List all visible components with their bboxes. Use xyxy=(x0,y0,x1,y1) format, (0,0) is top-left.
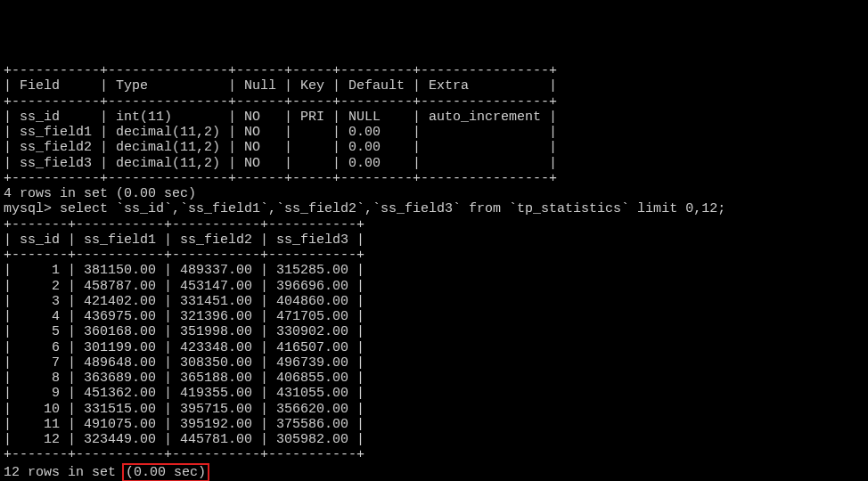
table-row: | 9 | 451362.00 | 419355.00 | 431055.00 … xyxy=(4,386,864,401)
table-row: | ss_field3 | decimal(11,2) | NO | | 0.0… xyxy=(4,156,864,171)
table-header-row: | ss_id | ss_field1 | ss_field2 | ss_fie… xyxy=(4,232,864,248)
table-row: | ss_field2 | decimal(11,2) | NO | | 0.0… xyxy=(4,140,864,155)
table-row: | 4 | 436975.00 | 321396.00 | 471705.00 … xyxy=(4,309,864,324)
table-row: | 2 | 458787.00 | 453147.00 | 396696.00 … xyxy=(4,279,864,294)
query-time-highlight: (0.00 sec) xyxy=(122,463,209,482)
table-border: +-----------+---------------+------+----… xyxy=(4,94,864,110)
table-border: +-------+-----------+-----------+-------… xyxy=(4,248,864,263)
table-row: | 5 | 360168.00 | 351998.00 | 330902.00 … xyxy=(4,324,864,339)
table-row: | 10 | 331515.00 | 395715.00 | 356620.00… xyxy=(4,402,864,417)
mysql-prompt: mysql> xyxy=(4,201,60,216)
table-border: +-----------+---------------+------+----… xyxy=(4,63,864,78)
prompt-line[interactable]: mysql> select `ss_id`,`ss_field1`,`ss_fi… xyxy=(4,201,864,216)
summary-prefix: 12 rows in set xyxy=(4,465,124,480)
table-row: | 11 | 491075.00 | 395192.00 | 375586.00… xyxy=(4,417,864,432)
rows-summary: 12 rows in set (0.00 sec) xyxy=(4,463,864,482)
table-border: +-------+-----------+-----------+-------… xyxy=(4,217,864,232)
table-row: | 12 | 323449.00 | 445781.00 | 305982.00… xyxy=(4,432,864,447)
table-row: | 1 | 381150.00 | 489337.00 | 315285.00 … xyxy=(4,263,864,278)
table-row: | 7 | 489648.00 | 308350.00 | 496739.00 … xyxy=(4,355,864,371)
table-row: | 8 | 363689.00 | 365188.00 | 406855.00 … xyxy=(4,371,864,386)
sql-query: select `ss_id`,`ss_field1`,`ss_field2`,`… xyxy=(60,201,725,216)
table-border: +-----------+---------------+------+----… xyxy=(4,171,864,186)
table-row: | ss_field1 | decimal(11,2) | NO | | 0.0… xyxy=(4,125,864,140)
table-row: | 6 | 301199.00 | 423348.00 | 416507.00 … xyxy=(4,340,864,355)
rows-summary: 4 rows in set (0.00 sec) xyxy=(4,186,864,201)
table-border: +-------+-----------+-----------+-------… xyxy=(4,447,864,462)
table-row: | 3 | 421402.00 | 331451.00 | 404860.00 … xyxy=(4,294,864,309)
terminal-output[interactable]: +-----------+---------------+------+----… xyxy=(4,63,864,481)
table-row: | ss_id | int(11) | NO | PRI | NULL | au… xyxy=(4,110,864,125)
table-header-row: | Field | Type | Null | Key | Default | … xyxy=(4,78,864,94)
